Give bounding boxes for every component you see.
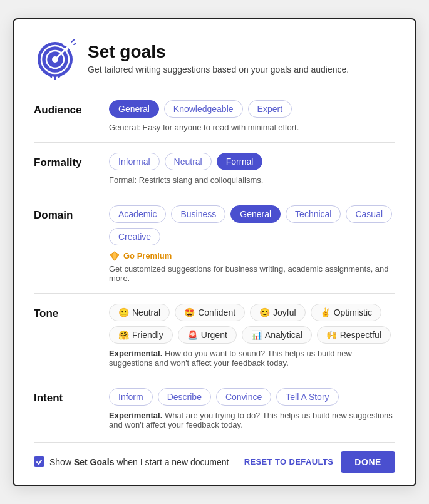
tone-btn-joyful[interactable]: 😊 Joyful	[250, 304, 306, 321]
formality-description: Formal: Restricts slang and colloquialis…	[109, 175, 395, 185]
confident-label: Confident	[198, 307, 235, 317]
domain-btn-creative[interactable]: Creative	[109, 228, 160, 245]
tone-row-1: 😐 Neutral 🤩 Confident 😊 Joyful ✌️ Optimi…	[109, 304, 395, 321]
formality-label: Formality	[34, 153, 109, 169]
modal-footer: Show Set Goals when I start a new docume…	[34, 442, 395, 473]
tone-btn-friendly[interactable]: 🤗 Friendly	[109, 326, 173, 344]
joyful-label: Joyful	[273, 307, 296, 317]
respectful-label: Respectful	[340, 330, 381, 340]
friendly-emoji: 🤗	[118, 330, 129, 340]
header-description: Get tailored writing suggestions based o…	[88, 64, 349, 75]
intent-content: Inform Describe Convince Tell A Story Ex…	[109, 388, 395, 429]
analytical-emoji: 📊	[251, 330, 262, 340]
tone-btn-optimistic[interactable]: ✌️ Optimistic	[311, 304, 381, 321]
formality-btn-group: Informal Neutral Formal	[109, 153, 395, 170]
audience-btn-group: General Knowledgeable Expert	[109, 100, 395, 118]
urgent-emoji: 🚨	[187, 330, 198, 340]
header-text: Set goals Get tailored writing suggestio…	[88, 42, 349, 75]
reset-button[interactable]: RESET TO DEFAULTS	[244, 457, 334, 466]
tone-content: 😐 Neutral 🤩 Confident 😊 Joyful ✌️ Optimi…	[109, 304, 395, 368]
footer-left: Show Set Goals when I start a new docume…	[34, 456, 229, 467]
target-icon	[34, 37, 76, 80]
domain-content: Academic Business General Technical Casu…	[109, 205, 395, 283]
svg-line-9	[74, 43, 76, 44]
go-premium-row[interactable]: Go Premium	[109, 250, 395, 262]
done-button[interactable]: DONE	[341, 451, 395, 473]
footer-right: RESET TO DEFAULTS DONE	[244, 451, 395, 473]
divider-1	[34, 90, 395, 90]
divider-3	[34, 195, 395, 195]
domain-btn-general[interactable]: General	[230, 205, 281, 223]
intent-btn-inform[interactable]: Inform	[109, 388, 153, 406]
tone-label: Tone	[34, 304, 109, 320]
svg-line-8	[71, 39, 75, 42]
intent-label: Intent	[34, 388, 109, 404]
domain-section: Domain Academic Business General Technic…	[34, 205, 395, 283]
domain-premium-description: Get customized suggestions for business …	[109, 264, 395, 283]
divider-4	[34, 293, 395, 294]
audience-btn-knowledgeable[interactable]: Knowledgeable	[164, 100, 243, 118]
tone-btn-respectful[interactable]: 🙌 Respectful	[317, 326, 391, 344]
formality-section: Formality Informal Neutral Formal Formal…	[34, 153, 395, 185]
optimistic-emoji: ✌️	[320, 307, 331, 317]
neutral-emoji: 😐	[118, 307, 129, 317]
checkmark-icon	[36, 458, 43, 465]
domain-label: Domain	[34, 205, 109, 222]
audience-btn-general[interactable]: General	[109, 100, 159, 118]
tone-btn-analytical[interactable]: 📊 Analytical	[242, 326, 312, 344]
formality-btn-neutral[interactable]: Neutral	[165, 153, 212, 170]
audience-content: General Knowledgeable Expert General: Ea…	[109, 100, 395, 132]
respectful-emoji: 🙌	[326, 330, 337, 340]
audience-section: Audience General Knowledgeable Expert Ge…	[34, 100, 395, 132]
tone-row-2: 🤗 Friendly 🚨 Urgent 📊 Analytical 🙌 Respe…	[109, 326, 395, 344]
tone-experimental-note: Experimental. How do you want to sound? …	[109, 349, 395, 368]
audience-label: Audience	[34, 100, 109, 116]
tone-btn-neutral[interactable]: 😐 Neutral	[109, 304, 170, 321]
divider-5	[34, 378, 395, 378]
tone-section: Tone 😐 Neutral 🤩 Confident 😊 Joyful ✌️ O…	[34, 304, 395, 368]
formality-btn-formal[interactable]: Formal	[217, 153, 263, 170]
divider-2	[34, 142, 395, 143]
friendly-label: Friendly	[132, 330, 163, 340]
audience-description: General: Easy for anyone to read with mi…	[109, 123, 395, 132]
tone-btn-confident[interactable]: 🤩 Confident	[175, 304, 245, 321]
neutral-label: Neutral	[132, 307, 160, 317]
formality-btn-informal[interactable]: Informal	[109, 153, 160, 170]
page-title: Set goals	[88, 42, 349, 62]
optimistic-label: Optimistic	[334, 307, 372, 317]
domain-btn-casual[interactable]: Casual	[346, 205, 392, 223]
tone-btn-urgent[interactable]: 🚨 Urgent	[178, 326, 237, 344]
footer-checkbox-label: Show Set Goals when I start a new docume…	[49, 457, 229, 467]
domain-btn-academic[interactable]: Academic	[109, 205, 166, 223]
set-goals-modal: Set goals Get tailored writing suggestio…	[13, 18, 416, 486]
audience-btn-expert[interactable]: Expert	[248, 100, 292, 118]
formality-content: Informal Neutral Formal Formal: Restrict…	[109, 153, 395, 185]
intent-btn-tell-a-story[interactable]: Tell A Story	[276, 388, 338, 406]
intent-btn-describe[interactable]: Describe	[158, 388, 211, 406]
domain-btn-group: Academic Business General Technical Casu…	[109, 205, 395, 245]
intent-btn-group: Inform Describe Convince Tell A Story	[109, 388, 395, 406]
domain-btn-business[interactable]: Business	[171, 205, 225, 223]
diamond-icon	[109, 250, 120, 262]
show-set-goals-checkbox[interactable]	[34, 456, 44, 467]
go-premium-label[interactable]: Go Premium	[123, 251, 172, 260]
joyful-emoji: 😊	[259, 307, 270, 317]
intent-btn-convince[interactable]: Convince	[216, 388, 271, 406]
urgent-label: Urgent	[201, 330, 227, 340]
intent-section: Intent Inform Describe Convince Tell A S…	[34, 388, 395, 429]
analytical-label: Analytical	[265, 330, 302, 340]
confident-emoji: 🤩	[184, 307, 195, 317]
domain-btn-technical[interactable]: Technical	[286, 205, 341, 223]
modal-header: Set goals Get tailored writing suggestio…	[34, 37, 395, 80]
intent-experimental-note: Experimental. What are you trying to do?…	[109, 411, 395, 429]
